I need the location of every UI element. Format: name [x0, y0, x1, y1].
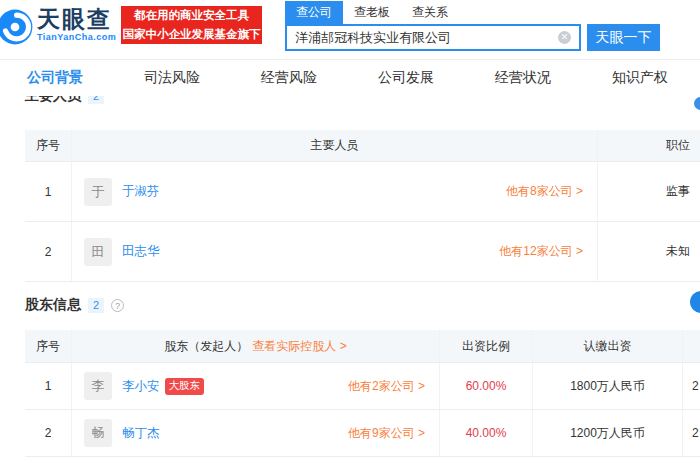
person-position: 未知: [598, 222, 700, 281]
capital-ratio: 60.00%: [440, 363, 533, 409]
col-header-position: 职位: [598, 130, 700, 161]
tianyancha-page: 天眼查 TianYanCha.com 都在用的商业安全工具 国家中小企业发展基金…: [0, 0, 700, 457]
col-header-capital: 认缴出资: [533, 330, 683, 362]
row-index: 2: [25, 222, 72, 281]
shareholder-cell: 李 李小安 大股东 他有2家公司 >: [72, 363, 440, 409]
shareholder-cell: 畅 畅丁杰 他有9家公司 >: [72, 410, 440, 456]
person-name-link[interactable]: 于淑芬: [122, 183, 160, 200]
shareholders-title-text: 股东信息: [25, 296, 81, 314]
tianyancha-logo-icon[interactable]: [0, 8, 34, 46]
shareholders-table: 序号 股东（发起人） 查看实际控股人 > 出资比例 认缴出资 1 李 李小安 大…: [25, 330, 700, 457]
help-icon[interactable]: ?: [111, 299, 124, 312]
row-index: 2: [25, 410, 72, 456]
search-tabs: 查公司 查老板 查关系: [285, 3, 459, 24]
staff-table: 序号 主要人员 职位 1 于 于淑芬 他有8家公司 > 监事 2 田 田志华 他…: [25, 130, 700, 282]
nav-tab-development[interactable]: 公司发展: [378, 69, 436, 87]
col-header-index: 序号: [25, 130, 72, 161]
brand-domain: TianYanCha.com: [37, 32, 116, 42]
person-avatar: 田: [84, 238, 112, 266]
col-header-ratio: 出资比例: [440, 330, 533, 362]
actual-controller-link[interactable]: 查看实际控股人 >: [252, 338, 346, 355]
shareholder-companies-link[interactable]: 他有9家公司 >: [348, 425, 425, 442]
promo-line1: 都在用的商业安全工具: [121, 6, 262, 25]
shareholder-row: 2 畅 畅丁杰 他有9家公司 > 40.00% 1200万人民币 2: [25, 410, 700, 457]
capital-date-partial: 2: [683, 363, 700, 409]
nav-tab-operation-risk[interactable]: 经营风险: [261, 69, 319, 87]
shareholder-avatar: 李: [84, 372, 112, 400]
person-position: 监事: [598, 162, 700, 221]
promo-banner: 都在用的商业安全工具 国家中小企业发展基金旗下: [121, 6, 262, 44]
staff-table-header: 序号 主要人员 职位: [25, 130, 700, 162]
company-nav: 公司背景 司法风险 经营风险 公司发展 经营状况 知识产权: [0, 59, 700, 96]
staff-row: 2 田 田志华 他有12家公司 > 未知: [25, 222, 700, 282]
search-tab-relation[interactable]: 查关系: [401, 1, 459, 24]
row-index: 1: [25, 363, 72, 409]
shareholder-row: 1 李 李小安 大股东 他有2家公司 > 60.00% 1800万人民币 2: [25, 363, 700, 410]
shareholders-section-title: 股东信息 2 ?: [25, 296, 124, 314]
shareholder-avatar: 畅: [84, 419, 112, 447]
subscribed-capital: 1200万人民币: [533, 410, 683, 456]
capital-date-partial: 2: [683, 410, 700, 456]
nav-tab-judicial-risk[interactable]: 司法风险: [144, 69, 202, 87]
row-index: 1: [25, 162, 72, 221]
nav-tab-background[interactable]: 公司背景: [27, 69, 85, 87]
clear-icon[interactable]: ✕: [558, 31, 571, 44]
col-header-shareholder: 股东（发起人） 查看实际控股人 >: [72, 330, 440, 362]
shareholder-header-label: 股东（发起人）: [164, 338, 248, 355]
nav-tab-operation-status[interactable]: 经营状况: [495, 69, 553, 87]
capital-ratio: 40.00%: [440, 410, 533, 456]
shareholders-table-header: 序号 股东（发起人） 查看实际控股人 > 出资比例 认缴出资: [25, 330, 700, 363]
shareholders-count-badge: 2: [88, 298, 104, 313]
nav-tab-intellectual-property[interactable]: 知识产权: [612, 69, 670, 87]
person-avatar: 于: [84, 178, 112, 206]
edge-widget-icon[interactable]: [694, 97, 700, 110]
person-cell: 于 于淑芬 他有8家公司 >: [72, 162, 598, 221]
person-companies-link[interactable]: 他有8家公司 >: [506, 183, 583, 200]
search-button[interactable]: 天眼一下: [587, 24, 660, 51]
top-header: 天眼查 TianYanCha.com 都在用的商业安全工具 国家中小企业发展基金…: [0, 0, 700, 59]
staff-row: 1 于 于淑芬 他有8家公司 > 监事: [25, 162, 700, 222]
col-header-extra: [683, 330, 700, 362]
shareholder-name-link[interactable]: 畅丁杰: [122, 425, 160, 442]
col-header-person: 主要人员: [72, 130, 598, 161]
promo-line2: 国家中小企业发展基金旗下: [121, 25, 262, 44]
logo-text[interactable]: 天眼查 TianYanCha.com: [37, 6, 116, 42]
brand-name: 天眼查: [37, 6, 116, 32]
major-shareholder-badge: 大股东: [165, 378, 205, 395]
shareholder-name-link[interactable]: 李小安: [122, 378, 160, 395]
edge-anchor-icon[interactable]: [690, 291, 700, 313]
person-cell: 田 田志华 他有12家公司 >: [72, 222, 598, 281]
search-tab-company[interactable]: 查公司: [285, 1, 343, 24]
person-name-link[interactable]: 田志华: [122, 243, 160, 260]
subscribed-capital: 1800万人民币: [533, 363, 683, 409]
search-input[interactable]: [285, 24, 581, 51]
shareholder-companies-link[interactable]: 他有2家公司 >: [348, 378, 425, 395]
person-companies-link[interactable]: 他有12家公司 >: [499, 243, 583, 260]
col-header-index: 序号: [25, 330, 72, 362]
search-tab-boss[interactable]: 查老板: [343, 1, 401, 24]
